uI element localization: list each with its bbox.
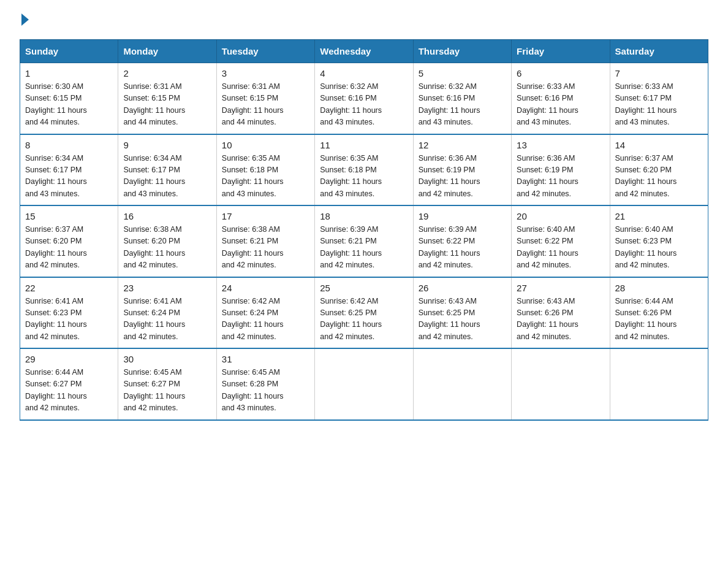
- day-info: Sunrise: 6:35 AMSunset: 6:18 PMDaylight:…: [222, 153, 309, 201]
- day-cell: 10Sunrise: 6:35 AMSunset: 6:18 PMDayligh…: [216, 134, 314, 206]
- day-cell: 4Sunrise: 6:32 AMSunset: 6:16 PMDaylight…: [315, 63, 413, 134]
- day-cell: 29Sunrise: 6:44 AMSunset: 6:27 PMDayligh…: [20, 348, 118, 420]
- logo: [20, 15, 29, 28]
- day-cell: 26Sunrise: 6:43 AMSunset: 6:25 PMDayligh…: [413, 277, 511, 349]
- day-cell: 25Sunrise: 6:42 AMSunset: 6:25 PMDayligh…: [315, 277, 413, 349]
- day-info: Sunrise: 6:30 AMSunset: 6:15 PMDaylight:…: [25, 81, 113, 129]
- day-info: Sunrise: 6:37 AMSunset: 6:20 PMDaylight:…: [25, 224, 113, 272]
- day-cell: 5Sunrise: 6:32 AMSunset: 6:16 PMDaylight…: [413, 63, 511, 134]
- header-cell-thursday: Thursday: [413, 40, 511, 63]
- day-info: Sunrise: 6:43 AMSunset: 6:25 PMDaylight:…: [419, 296, 506, 343]
- day-number: 7: [615, 68, 703, 79]
- day-cell: 9Sunrise: 6:34 AMSunset: 6:17 PMDaylight…: [118, 134, 216, 206]
- day-info: Sunrise: 6:44 AMSunset: 6:27 PMDaylight:…: [25, 367, 113, 415]
- day-number: 21: [615, 211, 703, 221]
- day-info: Sunrise: 6:39 AMSunset: 6:21 PMDaylight:…: [320, 224, 408, 272]
- header-cell-monday: Monday: [118, 40, 216, 63]
- day-info: Sunrise: 6:38 AMSunset: 6:20 PMDaylight:…: [123, 224, 211, 272]
- day-cell: 3Sunrise: 6:31 AMSunset: 6:15 PMDaylight…: [216, 63, 314, 134]
- day-number: 20: [517, 211, 604, 221]
- day-info: Sunrise: 6:44 AMSunset: 6:26 PMDaylight:…: [615, 296, 703, 343]
- day-cell: 21Sunrise: 6:40 AMSunset: 6:23 PMDayligh…: [610, 205, 708, 277]
- logo-arrow-icon: [21, 13, 29, 26]
- day-number: 8: [25, 140, 113, 150]
- day-number: 3: [222, 68, 309, 79]
- day-info: Sunrise: 6:33 AMSunset: 6:16 PMDaylight:…: [517, 81, 604, 129]
- week-row-1: 1Sunrise: 6:30 AMSunset: 6:15 PMDaylight…: [20, 63, 708, 134]
- day-number: 16: [123, 211, 211, 221]
- day-info: Sunrise: 6:42 AMSunset: 6:25 PMDaylight:…: [320, 296, 408, 343]
- day-number: 29: [25, 354, 113, 364]
- day-info: Sunrise: 6:37 AMSunset: 6:20 PMDaylight:…: [615, 153, 703, 201]
- day-number: 26: [419, 283, 506, 293]
- day-info: Sunrise: 6:33 AMSunset: 6:17 PMDaylight:…: [615, 81, 703, 129]
- day-info: Sunrise: 6:35 AMSunset: 6:18 PMDaylight:…: [320, 153, 408, 201]
- day-info: Sunrise: 6:41 AMSunset: 6:24 PMDaylight:…: [123, 296, 211, 343]
- day-number: 10: [222, 140, 309, 150]
- day-number: 30: [123, 354, 211, 364]
- day-number: 1: [25, 68, 113, 79]
- header-cell-tuesday: Tuesday: [216, 40, 314, 63]
- day-info: Sunrise: 6:31 AMSunset: 6:15 PMDaylight:…: [222, 81, 309, 129]
- day-number: 28: [615, 283, 703, 293]
- day-number: 4: [320, 68, 408, 79]
- week-row-5: 29Sunrise: 6:44 AMSunset: 6:27 PMDayligh…: [20, 348, 708, 420]
- day-number: 23: [123, 283, 211, 293]
- day-cell: 15Sunrise: 6:37 AMSunset: 6:20 PMDayligh…: [20, 205, 118, 277]
- day-cell: 13Sunrise: 6:36 AMSunset: 6:19 PMDayligh…: [512, 134, 610, 206]
- day-cell: 2Sunrise: 6:31 AMSunset: 6:15 PMDaylight…: [118, 63, 216, 134]
- day-number: 17: [222, 211, 309, 221]
- day-number: 24: [222, 283, 309, 293]
- day-cell: 17Sunrise: 6:38 AMSunset: 6:21 PMDayligh…: [216, 205, 314, 277]
- day-info: Sunrise: 6:42 AMSunset: 6:24 PMDaylight:…: [222, 296, 309, 343]
- day-number: 14: [615, 140, 703, 150]
- day-info: Sunrise: 6:36 AMSunset: 6:19 PMDaylight:…: [517, 153, 604, 201]
- header-cell-friday: Friday: [512, 40, 610, 63]
- day-info: Sunrise: 6:32 AMSunset: 6:16 PMDaylight:…: [419, 81, 506, 129]
- day-number: 6: [517, 68, 604, 79]
- day-cell: 24Sunrise: 6:42 AMSunset: 6:24 PMDayligh…: [216, 277, 314, 349]
- day-number: 27: [517, 283, 604, 293]
- day-number: 11: [320, 140, 408, 150]
- logo-general: [20, 15, 29, 27]
- day-info: Sunrise: 6:45 AMSunset: 6:28 PMDaylight:…: [222, 367, 309, 415]
- day-number: 13: [517, 140, 604, 150]
- day-number: 9: [123, 140, 211, 150]
- day-number: 19: [419, 211, 506, 221]
- day-cell: 28Sunrise: 6:44 AMSunset: 6:26 PMDayligh…: [610, 277, 708, 349]
- day-cell: 30Sunrise: 6:45 AMSunset: 6:27 PMDayligh…: [118, 348, 216, 420]
- page-header: [20, 15, 708, 28]
- day-number: 5: [419, 68, 506, 79]
- day-info: Sunrise: 6:43 AMSunset: 6:26 PMDaylight:…: [517, 296, 604, 343]
- day-info: Sunrise: 6:38 AMSunset: 6:21 PMDaylight:…: [222, 224, 309, 272]
- day-cell: [610, 348, 708, 420]
- day-cell: 22Sunrise: 6:41 AMSunset: 6:23 PMDayligh…: [20, 277, 118, 349]
- day-number: 2: [123, 68, 211, 79]
- day-number: 25: [320, 283, 408, 293]
- day-cell: [315, 348, 413, 420]
- day-cell: 20Sunrise: 6:40 AMSunset: 6:22 PMDayligh…: [512, 205, 610, 277]
- day-info: Sunrise: 6:34 AMSunset: 6:17 PMDaylight:…: [123, 153, 211, 201]
- day-cell: 14Sunrise: 6:37 AMSunset: 6:20 PMDayligh…: [610, 134, 708, 206]
- day-cell: 1Sunrise: 6:30 AMSunset: 6:15 PMDaylight…: [20, 63, 118, 134]
- day-cell: 11Sunrise: 6:35 AMSunset: 6:18 PMDayligh…: [315, 134, 413, 206]
- day-info: Sunrise: 6:45 AMSunset: 6:27 PMDaylight:…: [123, 367, 211, 415]
- day-info: Sunrise: 6:34 AMSunset: 6:17 PMDaylight:…: [25, 153, 113, 201]
- day-cell: 27Sunrise: 6:43 AMSunset: 6:26 PMDayligh…: [512, 277, 610, 349]
- day-info: Sunrise: 6:39 AMSunset: 6:22 PMDaylight:…: [419, 224, 506, 272]
- day-cell: [512, 348, 610, 420]
- day-info: Sunrise: 6:41 AMSunset: 6:23 PMDaylight:…: [25, 296, 113, 343]
- day-number: 15: [25, 211, 113, 221]
- week-row-4: 22Sunrise: 6:41 AMSunset: 6:23 PMDayligh…: [20, 277, 708, 349]
- day-number: 31: [222, 354, 309, 364]
- header-cell-sunday: Sunday: [20, 40, 118, 63]
- day-cell: 12Sunrise: 6:36 AMSunset: 6:19 PMDayligh…: [413, 134, 511, 206]
- day-number: 12: [419, 140, 506, 150]
- day-cell: 18Sunrise: 6:39 AMSunset: 6:21 PMDayligh…: [315, 205, 413, 277]
- header-cell-saturday: Saturday: [610, 40, 708, 63]
- day-info: Sunrise: 6:31 AMSunset: 6:15 PMDaylight:…: [123, 81, 211, 129]
- day-info: Sunrise: 6:40 AMSunset: 6:22 PMDaylight:…: [517, 224, 604, 272]
- calendar-header-row: SundayMondayTuesdayWednesdayThursdayFrid…: [20, 40, 708, 63]
- day-cell: 31Sunrise: 6:45 AMSunset: 6:28 PMDayligh…: [216, 348, 314, 420]
- day-cell: 16Sunrise: 6:38 AMSunset: 6:20 PMDayligh…: [118, 205, 216, 277]
